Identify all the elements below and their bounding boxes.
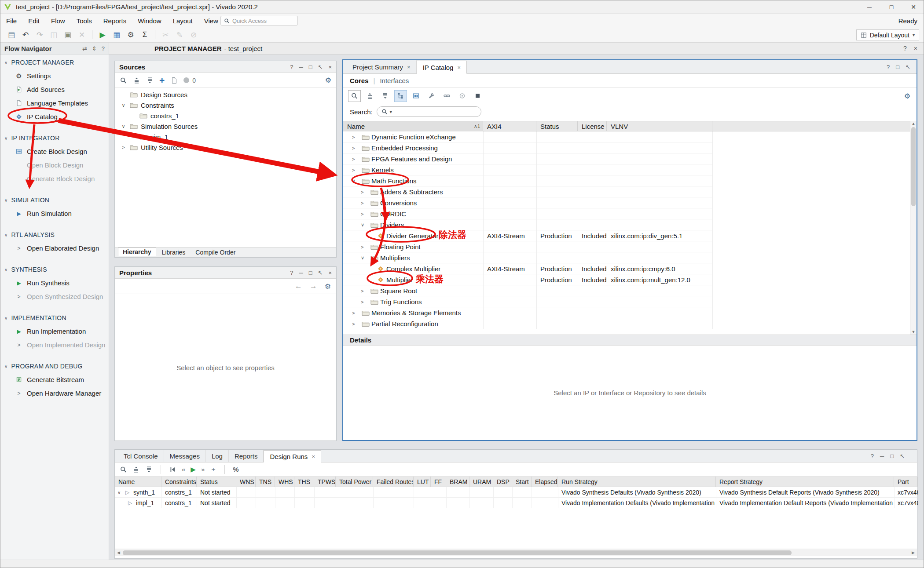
chevron-right-icon[interactable]: >	[361, 186, 363, 197]
swap-icon[interactable]: ⇄	[82, 45, 87, 52]
minimize-icon[interactable]: ─	[299, 64, 303, 70]
fast-backward-icon[interactable]: «	[182, 466, 185, 473]
chevron-right-icon[interactable]: >	[352, 142, 355, 153]
source-tree-item-sim-1[interactable]: sim_1	[115, 131, 336, 142]
menu-item-flow[interactable]: Flow	[45, 14, 71, 28]
scroll-right-icon[interactable]: ▶	[909, 549, 917, 556]
ip-search-input[interactable]: ▾	[377, 106, 481, 117]
runs-column-header-run-strategy[interactable]: Run Strategy	[558, 477, 716, 487]
collapse-all-icon[interactable]	[363, 90, 376, 102]
bottom-tab-tcl-console[interactable]: Tcl Console	[118, 450, 164, 462]
runs-column-header-wns[interactable]: WNS	[236, 477, 256, 487]
help-icon[interactable]: ?	[102, 45, 105, 52]
scroll-down-icon[interactable]: ▼	[910, 330, 917, 334]
window-close-button[interactable]: ✕	[902, 0, 924, 13]
chevron-right-icon[interactable]: >	[352, 307, 355, 318]
runs-column-header-start[interactable]: Start	[512, 477, 532, 487]
flownav-item-create-block-design[interactable]: Create Block Design	[0, 145, 109, 158]
ip-row-partial-reconfiguration[interactable]: >Partial Reconfiguration	[343, 318, 712, 329]
runs-column-header-name[interactable]: Name	[115, 477, 161, 487]
horizontal-scrollbar[interactable]: ◀ ▶	[115, 549, 917, 556]
runs-column-header-ff[interactable]: FF	[431, 477, 446, 487]
menu-item-file[interactable]: File	[0, 14, 22, 28]
expand-all-icon[interactable]	[146, 77, 154, 84]
minimize-icon[interactable]: ─	[880, 453, 884, 459]
runs-column-header-part[interactable]: Part	[894, 477, 918, 487]
close-icon[interactable]: ×	[328, 64, 332, 70]
maximize-icon[interactable]: □	[309, 269, 312, 276]
float-icon[interactable]: ↖	[318, 269, 323, 276]
hierarchy-view-icon[interactable]	[410, 90, 422, 102]
ip-row-dynamic-function-exchange[interactable]: >Dynamic Function eXchange	[343, 131, 712, 142]
step-first-icon[interactable]	[169, 466, 176, 473]
chevron-right-icon[interactable]: >	[361, 197, 363, 208]
document-icon[interactable]	[170, 77, 178, 84]
chevron-down-icon[interactable]: ∨	[361, 252, 364, 263]
flow-section-header-project-manager[interactable]: ∨PROJECT MANAGER	[0, 56, 109, 69]
bottom-tab-reports[interactable]: Reports	[229, 450, 264, 462]
runs-column-header-failed-routes[interactable]: Failed Routes	[373, 477, 414, 487]
source-tree-item-utility-sources[interactable]: >Utility Sources	[115, 142, 336, 153]
fast-forward-icon[interactable]: »	[201, 466, 205, 473]
flow-section-header-rtl-analysis[interactable]: ∨RTL ANALYSIS	[0, 228, 109, 241]
ip-row-square-root[interactable]: >Square Root	[343, 285, 712, 296]
ip-row-floating-point[interactable]: >Floating Point	[343, 241, 712, 252]
tab-project-summary[interactable]: Project Summary ×	[347, 60, 417, 73]
flownav-item-open-elaborated-design[interactable]: >Open Elaborated Design	[0, 241, 109, 255]
ip-row-conversions[interactable]: >Conversions	[343, 197, 712, 208]
program-device-icon[interactable]: ▦	[110, 29, 123, 40]
flownav-item-open-hardware-manager[interactable]: >Open Hardware Manager	[0, 386, 109, 400]
runs-column-header-constraints[interactable]: Constraints	[161, 477, 197, 487]
tab-hierarchy[interactable]: Hierarchy	[118, 248, 156, 256]
chevron-right-icon[interactable]: >	[352, 318, 355, 329]
search-icon[interactable]	[120, 466, 127, 473]
runs-column-header-status[interactable]: Status	[197, 477, 236, 487]
save-file-icon[interactable]: ▤	[5, 29, 18, 40]
close-icon[interactable]: ×	[914, 45, 917, 52]
menu-item-reports[interactable]: Reports	[98, 14, 132, 28]
ip-row-kernels[interactable]: >Kernels	[343, 164, 712, 175]
runs-column-header-report-strategy[interactable]: Report Strategy	[716, 477, 894, 487]
group-by-category-icon[interactable]	[394, 90, 407, 102]
percent-toggle-icon[interactable]: %	[233, 466, 238, 473]
runs-column-header-whs[interactable]: WHS	[275, 477, 294, 487]
source-tree-item-design-sources[interactable]: Design Sources	[115, 89, 336, 100]
flow-section-header-implementation[interactable]: ∨IMPLEMENTATION	[0, 311, 109, 324]
flownav-item-language-templates[interactable]: Language Templates	[0, 96, 109, 110]
settings-gear-icon[interactable]: ⚙	[904, 92, 910, 100]
expand-all-icon[interactable]	[379, 90, 392, 102]
collapse-all-icon[interactable]	[133, 77, 140, 84]
expand-all-icon[interactable]	[145, 466, 153, 473]
maximize-icon[interactable]: □	[309, 64, 312, 70]
ip-row-multiplier[interactable]: MultiplierProductionIncludedxilinx.com:i…	[343, 274, 712, 285]
maximize-icon[interactable]: □	[890, 453, 894, 459]
flow-section-header-synthesis[interactable]: ∨SYNTHESIS	[0, 263, 109, 276]
settings-gear-icon[interactable]: ⚙	[325, 76, 331, 84]
flownav-item-ip-catalog[interactable]: IP Catalog	[0, 110, 109, 124]
link-icon[interactable]	[440, 90, 453, 102]
layout-selector[interactable]: Default Layout ▾	[856, 29, 919, 40]
subtab-cores[interactable]: Cores	[350, 77, 369, 84]
help-icon[interactable]: ?	[887, 64, 890, 70]
ip-column-header-name[interactable]: Name∧1	[343, 121, 483, 131]
flownav-item-run-implementation[interactable]: ▶Run Implementation	[0, 324, 109, 338]
window-minimize-button[interactable]: ─	[858, 0, 880, 13]
target-icon[interactable]	[456, 90, 469, 102]
add-sources-icon[interactable]: +	[159, 77, 165, 84]
menu-item-window[interactable]: Window	[132, 14, 167, 28]
search-icon[interactable]	[348, 90, 361, 102]
ip-row-divider-generator[interactable]: Divider GeneratorAXI4-StreamProductionIn…	[343, 230, 712, 241]
scroll-up-icon[interactable]: ▲	[910, 121, 917, 126]
ip-row-embedded-processing[interactable]: >Embedded Processing	[343, 142, 712, 153]
runs-column-header-uram[interactable]: URAM	[469, 477, 493, 487]
window-maximize-button[interactable]: □	[880, 0, 902, 13]
chevron-right-icon[interactable]: >	[361, 208, 363, 219]
chevron-right-icon[interactable]: >	[361, 241, 363, 252]
help-icon[interactable]: ?	[871, 453, 874, 459]
bottom-tab-log[interactable]: Log	[206, 450, 229, 462]
ip-row-complex-multiplier[interactable]: Complex MultiplierAXI4-StreamProductionI…	[343, 263, 712, 274]
runs-column-header-ths[interactable]: THS	[294, 477, 314, 487]
float-icon[interactable]: ↖	[318, 64, 323, 70]
menu-item-layout[interactable]: Layout	[167, 14, 198, 28]
flownav-item-run-synthesis[interactable]: ▶Run Synthesis	[0, 276, 109, 290]
